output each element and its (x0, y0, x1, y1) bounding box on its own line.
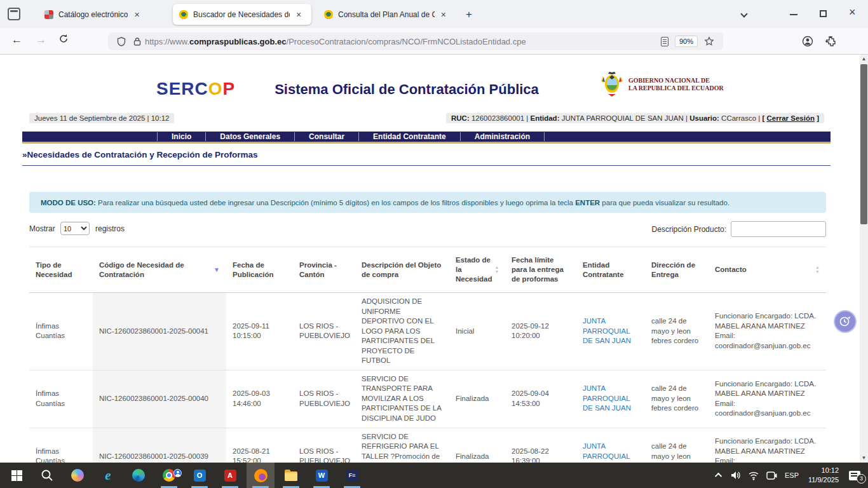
window-maximize-button[interactable] (820, 10, 827, 17)
cell-codigo: NIC-1260023860001-2025-00040 (93, 370, 226, 428)
scroll-down-icon[interactable]: ▼ (860, 454, 868, 463)
internet-explorer-icon: e (105, 468, 111, 484)
window-close-button[interactable]: × (849, 6, 856, 19)
cell-tipo: Ínfimas Cuantías (29, 370, 93, 428)
cell-direccion: calle 24 de mayo y leon febres cordero (645, 428, 709, 463)
cell-provincia: LOS RIOS - PUEBLOVIEJO (293, 370, 355, 428)
col-estado-necesidad[interactable]: Estado de la Necesidad▲▼ (449, 247, 505, 293)
tray-show-hidden-icons[interactable] (710, 463, 728, 488)
lock-icon[interactable] (133, 37, 141, 46)
firefox-button[interactable] (247, 463, 275, 488)
shield-icon[interactable] (117, 37, 126, 46)
zoom-level-indicator[interactable]: 90% (675, 36, 698, 47)
speaker-icon (730, 470, 742, 480)
acrobat-button[interactable]: A (216, 463, 244, 488)
tab-close-icon[interactable]: × (440, 10, 447, 20)
reload-icon[interactable] (58, 34, 69, 47)
tab-close-icon[interactable]: × (295, 10, 302, 20)
internet-explorer-button[interactable]: e (94, 463, 122, 488)
tray-network[interactable] (745, 463, 763, 488)
windows-logo-icon (11, 470, 22, 481)
entidad-link[interactable]: JUNTA PARROQUIAL DE SAN JUAN (583, 442, 631, 463)
tray-language-indicator[interactable]: ESP (780, 463, 803, 488)
fes-app-button[interactable]: F≡ (338, 463, 366, 488)
outlook-button[interactable]: O (186, 463, 214, 488)
scroll-up-icon[interactable]: ▲ (860, 55, 868, 64)
tab-title: Consulta del Plan Anual de Con (338, 10, 435, 19)
nav-item-datos-generales[interactable]: Datos Generales (206, 132, 295, 141)
nav-item-administracion[interactable]: Administración (461, 132, 545, 141)
table-row: Ínfimas Cuantías NIC-1260023860001-2025-… (29, 293, 826, 370)
table-controls: Mostrar 10 registros Descripción Product… (0, 221, 860, 238)
cell-fecha-limite: 2025-09-12 10:20:00 (505, 293, 576, 370)
copilot-button[interactable] (64, 463, 92, 488)
file-explorer-button[interactable] (277, 463, 305, 488)
search-button[interactable] (33, 463, 61, 488)
tray-meet-now[interactable] (763, 463, 780, 488)
scrollbar-thumb[interactable] (860, 64, 867, 224)
tray-volume[interactable] (727, 463, 745, 488)
notification-center-button[interactable]: 3 (845, 463, 864, 488)
forward-icon[interactable]: → (36, 34, 46, 46)
catalog-favicon-icon (44, 10, 53, 19)
copilot-icon (71, 469, 84, 482)
col-direccion-entrega[interactable]: Dirección de Entrega (645, 247, 709, 293)
tab-close-icon[interactable]: × (133, 10, 140, 20)
floating-extension-button[interactable] (834, 310, 857, 333)
account-icon[interactable] (802, 36, 813, 50)
tab-consulta-plan[interactable]: Consulta del Plan Anual de Con × (318, 4, 454, 25)
session-status-row: Jueves 11 de Septiembre de 2025 | 10:12 … (0, 113, 860, 125)
product-description-input[interactable] (731, 221, 826, 237)
usage-instructions: MODO DE USO: Para realizar una búsqueda … (29, 192, 826, 213)
records-per-page-select[interactable]: 10 (60, 222, 90, 235)
current-datetime: Jueves 11 de Septiembre de 2025 | 10:12 (29, 113, 174, 123)
col-fecha-publicacion[interactable]: Fecha de Publicación (226, 247, 293, 293)
nav-item-consultar[interactable]: Consultar (295, 132, 359, 141)
col-fecha-limite[interactable]: Fecha límite para la entrega de proforma… (505, 247, 576, 293)
file-explorer-icon (285, 471, 297, 481)
col-descripcion-objeto[interactable]: Descripción del Objeto de compra (355, 247, 449, 293)
url-text: https://www.compraspublicas.gob.ec/Proce… (145, 37, 657, 46)
word-icon: W (316, 470, 328, 482)
cell-descripcion: SERVICIO DE REFRIGERIO PARA EL TALLER ?P… (355, 428, 449, 463)
desktop-screen: Catálogo electrónico × Buscador de Neces… (0, 0, 868, 488)
col-provincia-canton[interactable]: Provincia - Cantón (293, 247, 355, 293)
window-minimize-button[interactable] (790, 14, 797, 15)
start-button[interactable] (3, 463, 31, 488)
bookmark-star-icon[interactable] (704, 36, 714, 46)
word-button[interactable]: W (308, 463, 336, 488)
sort-both-icon: ▲▼ (495, 266, 499, 274)
edge-button[interactable] (125, 463, 153, 488)
tray-clock[interactable]: 10:1211/9/2025 (804, 463, 843, 488)
nav-item-inicio[interactable]: Inicio (157, 132, 206, 141)
tab-catalogo[interactable]: Catálogo electrónico × (38, 4, 168, 25)
col-codigo-necesidad[interactable]: Código de Necesidad de Contratación▼ (93, 247, 226, 293)
url-bar[interactable]: https://www.compraspublicas.gob.ec/Proce… (108, 32, 723, 50)
extensions-puzzle-icon[interactable] (825, 36, 836, 50)
list-all-tabs-icon[interactable] (737, 8, 751, 20)
nav-item-entidad-contratante[interactable]: Entidad Contratante (359, 132, 461, 141)
fes-app-icon: F≡ (346, 470, 358, 482)
chrome-profile-badge-icon (173, 469, 182, 477)
sort-desc-icon: ▼ (214, 266, 220, 274)
entidad-link[interactable]: JUNTA PARROQUIAL DE SAN JUAN (583, 384, 631, 412)
government-logo: GOBIERNO NACIONAL DELA REPUBLICA DEL ECU… (600, 71, 724, 98)
col-entidad-contratante[interactable]: Entidad Contratante (576, 247, 645, 293)
cell-fecha-limite: 2025-09-04 14:53:00 (505, 370, 576, 428)
cell-codigo: NIC-1260023860001-2025-00041 (93, 293, 226, 370)
needs-table: Tipo de Necesidad Código de Necesidad de… (29, 247, 826, 463)
col-contacto[interactable]: Contacto▲▼ (709, 247, 826, 293)
reader-mode-icon[interactable] (661, 37, 668, 46)
tab-buscador-active[interactable]: Buscador de Necesidades de Co × (173, 4, 311, 25)
crest-favicon-icon (324, 10, 333, 19)
cell-tipo: Ínfimas Cuantías (29, 293, 93, 370)
outlook-icon: O (194, 470, 206, 482)
chrome-button[interactable] (155, 463, 183, 488)
vertical-scrollbar[interactable]: ▲ ▼ (860, 55, 868, 463)
new-tab-button[interactable]: + (466, 8, 472, 21)
entidad-link[interactable]: JUNTA PARROQUIAL DE SAN JUAN (583, 317, 631, 344)
col-tipo-necesidad[interactable]: Tipo de Necesidad (29, 247, 93, 293)
logout-link[interactable]: Cerrar Sesión (767, 114, 815, 122)
firefox-view-icon[interactable] (8, 8, 20, 20)
back-icon[interactable]: ← (11, 34, 22, 46)
